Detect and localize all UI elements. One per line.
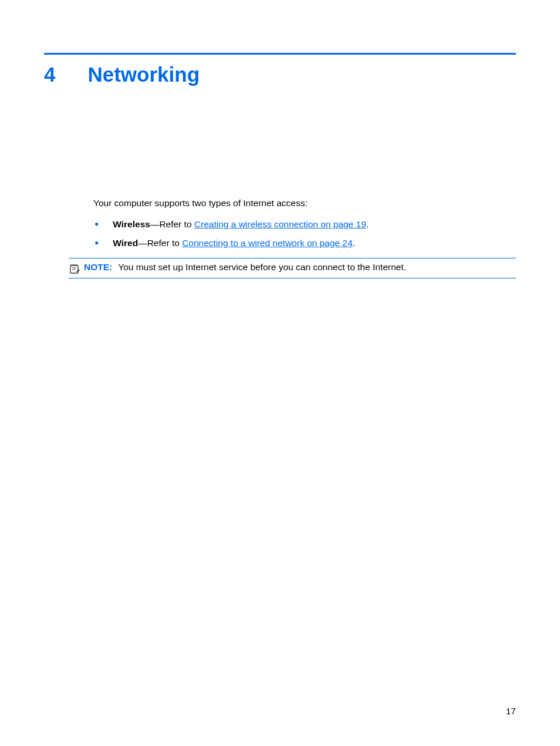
chapter-title: Networking <box>87 63 200 86</box>
bullet-after: . <box>353 238 355 248</box>
bullet-icon: ● <box>95 238 99 247</box>
bullet-bold: Wireless <box>113 219 150 229</box>
intro-text: Your computer supports two types of Inte… <box>93 198 516 209</box>
bullet-icon: ● <box>95 220 99 228</box>
content-area: Your computer supports two types of Inte… <box>44 198 516 278</box>
bullet-dash: —Refer to <box>150 219 194 229</box>
document-page: 4 Networking Your computer supports two … <box>0 0 560 746</box>
wireless-link[interactable]: Creating a wireless connection on page 1… <box>194 219 366 229</box>
note-label: NOTE: <box>84 262 112 272</box>
bullet-dash: —Refer to <box>138 238 182 248</box>
chapter-divider <box>44 53 516 55</box>
page-number: 17 <box>506 706 516 717</box>
chapter-heading: 4 Networking <box>44 63 516 86</box>
note-content: NOTE:You must set up Internet service be… <box>84 262 406 273</box>
chapter-number: 4 <box>44 63 55 86</box>
list-item: ● Wired—Refer to Connecting to a wired n… <box>93 238 516 248</box>
bullet-bold: Wired <box>113 238 138 248</box>
note-box: NOTE:You must set up Internet service be… <box>69 258 516 278</box>
bullet-list: ● Wireless—Refer to Creating a wireless … <box>93 219 516 248</box>
bullet-content: Wireless—Refer to Creating a wireless co… <box>113 219 516 230</box>
list-item: ● Wireless—Refer to Creating a wireless … <box>93 219 516 230</box>
note-text: You must set up Internet service before … <box>118 262 406 272</box>
note-icon <box>69 263 80 274</box>
bullet-after: . <box>366 219 369 229</box>
wired-link[interactable]: Connecting to a wired network on page 24 <box>182 238 352 248</box>
bullet-content: Wired—Refer to Connecting to a wired net… <box>113 238 516 248</box>
